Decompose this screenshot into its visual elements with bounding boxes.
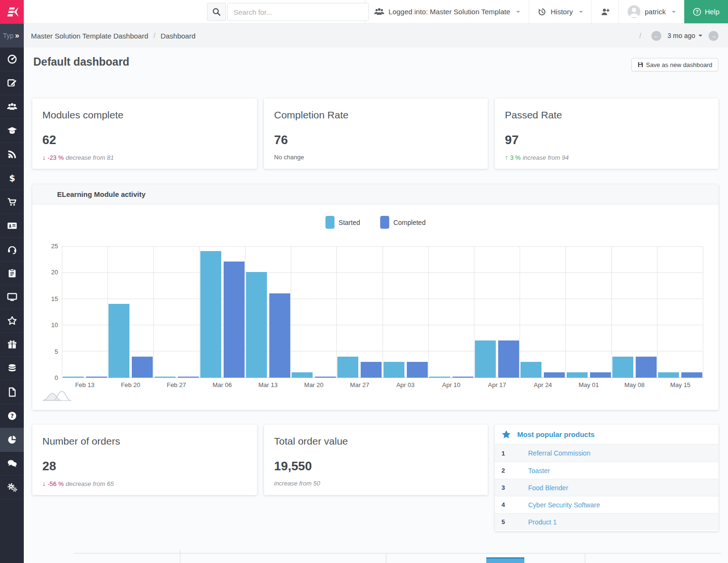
product-rank: 2 (502, 467, 514, 474)
stat-card-number-of-orders: Number of orders 28 ↓ -56 % decrease fro… (32, 425, 257, 495)
product-link[interactable]: Product 1 (528, 518, 557, 526)
stat-delta-percent: -56 % (48, 480, 64, 487)
stat-value: 28 (42, 459, 247, 474)
history-label: History (551, 8, 573, 16)
stat-delta: ↓ -23 % decrease from 81 (42, 154, 247, 161)
users-icon (374, 8, 384, 16)
sidebar-item-dashboard[interactable] (0, 48, 24, 71)
product-link[interactable]: Cyber Security Software (528, 501, 600, 509)
bar-started (155, 377, 176, 378)
next-panel-top-border (74, 553, 721, 553)
kentico-logo[interactable] (0, 0, 24, 24)
headset-icon (7, 244, 18, 255)
product-link[interactable]: Referral Commission (528, 449, 590, 457)
next-period-button[interactable]: → (708, 31, 718, 41)
pencil-square-icon (7, 78, 18, 88)
sidebar-item-favorites[interactable] (0, 309, 24, 333)
avatar (628, 5, 640, 18)
search-button[interactable] (207, 3, 226, 21)
y-axis-label: 5 (55, 348, 58, 355)
stat-delta-text: increase from 94 (522, 154, 569, 161)
save-button-label: Save as new dashboard (646, 61, 712, 68)
x-axis-label: Feb 20 (108, 381, 153, 388)
chevron-down-icon (579, 11, 583, 13)
search-input[interactable] (227, 3, 369, 21)
sidebar-item-feeds[interactable] (0, 143, 24, 166)
x-axis-label: May 15 (658, 381, 703, 388)
sidebar-item-settings[interactable] (0, 476, 24, 499)
sidebar-item-sales[interactable]: $ (0, 166, 24, 190)
sidebar-item-users[interactable] (0, 95, 24, 119)
id-card-icon (7, 220, 18, 231)
legend-swatch (325, 216, 334, 229)
bar-completed (636, 357, 657, 378)
legend-item-completed[interactable]: Completed (380, 216, 426, 229)
chart-panel-title: ELearning Module activity (32, 184, 718, 204)
logged-into-menu[interactable]: Logged into: Master Solution Template (365, 0, 529, 23)
sidebar-item-data[interactable] (0, 357, 24, 380)
sidebar-item-content[interactable] (0, 71, 24, 95)
breadcrumb-bar: Master Solution Template Dashboard / Das… (24, 24, 728, 48)
bar-completed (224, 262, 245, 378)
sidebar-item-desk[interactable] (0, 285, 24, 309)
sidebar-item-support[interactable] (0, 238, 24, 262)
legend-item-started[interactable]: Started (325, 216, 360, 229)
legend-swatch (380, 216, 389, 229)
bar-completed (315, 377, 336, 378)
bar-started (108, 304, 129, 378)
svg-text:?: ? (10, 413, 14, 419)
database-icon (7, 363, 18, 374)
chart-category-apr-10 (429, 247, 474, 378)
product-row: 3Food Blender (495, 479, 718, 496)
breadcrumb-item-current[interactable]: Dashboard (160, 32, 195, 40)
logged-into-label: Logged into: Master Solution Template (389, 8, 511, 16)
sidebar-item-promotions[interactable] (0, 333, 24, 357)
product-link[interactable]: Food Blender (528, 484, 568, 492)
star-icon (502, 430, 511, 439)
bar-completed (544, 372, 565, 378)
next-panel-divider (585, 553, 585, 563)
time-range-label: 3 mo ago (668, 32, 695, 39)
stat-card-passed-rate: Passed Rate 97 ↑ 3 % increase from 94 (495, 98, 718, 169)
chevron-down-icon (672, 11, 676, 13)
stat-card-total-order-value: Total order value 19,550 increase from 5… (264, 425, 488, 495)
sidebar-item-reporting[interactable] (0, 428, 24, 452)
sidebar-item-help[interactable]: ? (0, 404, 24, 428)
sidebar-item-e-learning[interactable] (0, 119, 24, 143)
pie-chart-icon (7, 434, 18, 445)
bar-completed (681, 372, 702, 378)
bar-completed (361, 362, 382, 378)
stat-value: 62 (42, 133, 247, 147)
stat-title: Number of orders (42, 436, 247, 447)
sidebar-item-contacts[interactable] (0, 214, 24, 238)
chart-category-apr-24 (520, 247, 566, 378)
sidebar-item-messages[interactable] (0, 452, 24, 476)
sidebar-item-forms[interactable] (0, 262, 24, 285)
stat-delta: increase from 50 (274, 480, 478, 487)
user-menu[interactable]: patrick (619, 0, 684, 23)
bar-completed (269, 293, 290, 378)
sidebar-expand-toggle[interactable]: Typ » (0, 24, 24, 48)
y-axis-label: 20 (51, 269, 58, 276)
chart-category-feb-13 (62, 247, 108, 378)
sidebar-item-documents[interactable] (0, 380, 24, 404)
bar-completed (498, 340, 519, 378)
help-button[interactable]: ? Help (684, 0, 728, 23)
product-rank: 3 (502, 484, 514, 491)
history-menu[interactable]: History (529, 0, 591, 23)
time-range-dropdown[interactable]: 3 mo ago (668, 32, 702, 39)
impersonate-user-button[interactable] (591, 0, 619, 23)
x-axis-label: Feb 27 (154, 381, 199, 388)
sidebar-item-store[interactable] (0, 190, 24, 214)
save-as-new-dashboard-button[interactable]: Save as new dashboard (631, 58, 718, 71)
stat-value: 19,550 (274, 459, 478, 474)
bar-completed (178, 377, 199, 378)
star-icon (7, 315, 18, 326)
breadcrumb-item-root[interactable]: Master Solution Template Dashboard (31, 32, 148, 40)
product-link[interactable]: Toaster (528, 467, 550, 475)
range-navigator-icon[interactable] (42, 389, 72, 404)
chart-category-mar-13 (246, 247, 291, 378)
kentico-logo-icon (5, 6, 19, 18)
previous-period-button[interactable]: ← (651, 31, 661, 41)
stat-title: Modules complete (42, 109, 247, 121)
